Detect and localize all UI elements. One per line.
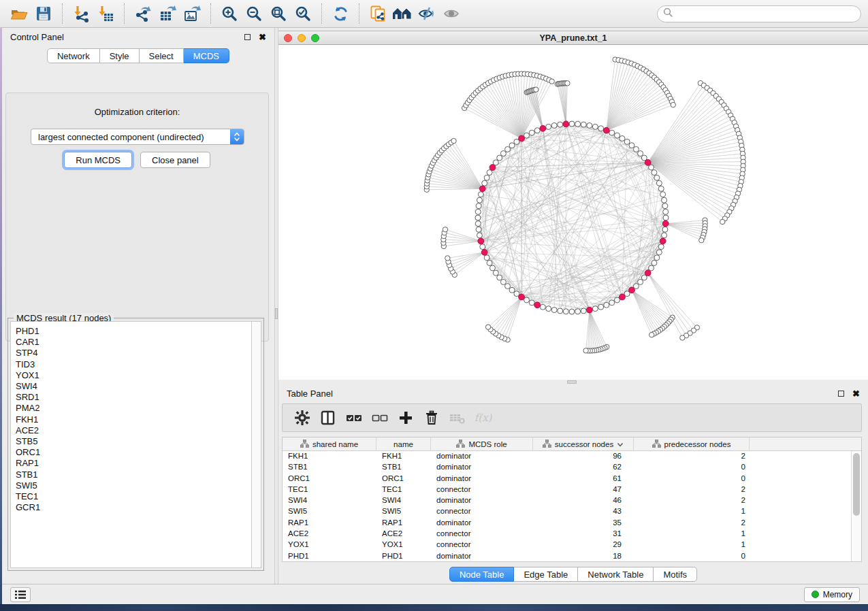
graph-node[interactable] <box>671 102 675 107</box>
graph-node[interactable] <box>629 143 634 148</box>
table-cell[interactable]: 2 <box>634 451 750 462</box>
graph-node[interactable] <box>445 256 450 261</box>
graph-edge[interactable] <box>445 229 481 241</box>
first-neighbors-icon[interactable] <box>392 3 413 24</box>
memory-button[interactable]: Memory <box>804 587 860 602</box>
table-cell[interactable]: 35 <box>533 518 634 529</box>
table-cell[interactable]: PHD1 <box>283 551 376 562</box>
close-panel-icon[interactable]: ✖ <box>259 33 266 42</box>
graph-node[interactable] <box>720 219 725 224</box>
graph-node[interactable] <box>551 122 557 128</box>
graph-edge[interactable] <box>438 155 483 188</box>
table-cell[interactable]: ORC1 <box>376 474 431 484</box>
graph-edge[interactable] <box>485 252 657 258</box>
graph-node[interactable] <box>662 227 668 232</box>
float-panel-icon[interactable] <box>244 34 251 40</box>
hide-panels-icon[interactable] <box>417 3 437 24</box>
zoom-in-icon[interactable] <box>219 3 240 24</box>
graph-mcds-node[interactable] <box>586 307 592 313</box>
clone-network-icon[interactable] <box>368 3 388 24</box>
graph-node[interactable] <box>549 79 554 84</box>
table-cell[interactable]: 47 <box>533 484 634 495</box>
graph-node[interactable] <box>484 255 489 261</box>
graph-node[interactable] <box>633 146 639 152</box>
graph-node[interactable] <box>500 279 506 284</box>
graph-node[interactable] <box>475 209 481 214</box>
graph-node[interactable] <box>649 332 654 337</box>
graph-mcds-node[interactable] <box>489 165 496 171</box>
table-cell[interactable]: YOX1 <box>283 540 376 550</box>
mcds-result-item[interactable]: CAR1 <box>16 337 251 348</box>
graph-edge[interactable] <box>468 103 521 139</box>
graph-node[interactable] <box>524 133 530 138</box>
graph-node[interactable] <box>575 309 581 314</box>
close-panel-icon[interactable]: ✖ <box>852 389 860 398</box>
graph-node[interactable] <box>484 175 489 180</box>
graph-node[interactable] <box>500 151 506 156</box>
graph-node[interactable] <box>534 87 539 92</box>
window-close-icon[interactable] <box>284 34 292 42</box>
table-cell[interactable]: STB1 <box>283 462 376 473</box>
graph-mcds-node[interactable] <box>519 294 525 300</box>
close-panel-button[interactable]: Close panel <box>140 152 210 168</box>
graph-edge[interactable] <box>490 297 521 330</box>
table-cell[interactable]: SWI4 <box>283 495 376 506</box>
graph-node[interactable] <box>487 170 492 176</box>
graph-node[interactable] <box>569 121 575 127</box>
table-row[interactable]: SWI5SWI5connector431 <box>283 506 861 517</box>
graph-edge[interactable] <box>427 188 483 189</box>
graph-node[interactable] <box>638 151 643 156</box>
mcds-list-scrollbar[interactable] <box>251 321 261 568</box>
save-session-icon[interactable] <box>33 3 54 24</box>
table-cell[interactable]: 43 <box>533 506 634 517</box>
network-view-canvas[interactable] <box>278 45 868 380</box>
zoom-fit-icon[interactable] <box>268 3 289 24</box>
graph-edge[interactable] <box>632 290 660 330</box>
search-input[interactable] <box>657 5 861 22</box>
tab-network-table[interactable]: Network Table <box>578 567 654 582</box>
table-cell[interactable]: ACE2 <box>283 529 376 540</box>
graph-node[interactable] <box>477 197 482 203</box>
table-cell[interactable]: 31 <box>533 529 634 540</box>
graph-edge[interactable] <box>479 129 543 206</box>
graph-edge[interactable] <box>455 252 485 275</box>
apply-layout-icon[interactable] <box>330 3 351 24</box>
mcds-result-item[interactable]: RAP1 <box>16 458 251 469</box>
table-row[interactable]: SWI4SWI4dominator462 <box>283 495 861 506</box>
table-cell[interactable]: RAP1 <box>283 518 376 529</box>
tab-node-table[interactable]: Node Table <box>449 567 515 582</box>
graph-edge[interactable] <box>590 310 601 350</box>
graph-node[interactable] <box>624 139 630 144</box>
table-cell[interactable]: 2 <box>634 518 750 529</box>
graph-node[interactable] <box>443 227 447 232</box>
graph-node[interactable] <box>581 122 586 127</box>
graph-mcds-node[interactable] <box>603 127 609 133</box>
graph-node[interactable] <box>505 284 511 289</box>
table-cell[interactable]: SWI4 <box>376 495 431 506</box>
table-cell[interactable]: dominator <box>431 474 533 484</box>
mcds-result-item[interactable]: STB5 <box>16 436 251 447</box>
graph-mcds-node[interactable] <box>519 135 525 142</box>
run-mcds-button[interactable]: Run MCDS <box>64 152 132 168</box>
graph-mcds-node[interactable] <box>662 220 669 227</box>
graph-node[interactable] <box>656 250 662 255</box>
table-row[interactable]: ORC1ORC1dominator610 <box>283 474 861 484</box>
search-field[interactable] <box>677 9 855 18</box>
mcds-result-item[interactable]: SRD1 <box>16 392 251 403</box>
mcds-result-item[interactable]: SWI5 <box>16 480 251 491</box>
table-cell[interactable]: ACE2 <box>376 529 431 540</box>
zoom-selected-icon[interactable] <box>293 3 313 24</box>
graph-node[interactable] <box>581 308 586 314</box>
show-panels-icon[interactable] <box>441 3 462 24</box>
table-cell[interactable]: STB1 <box>376 462 431 473</box>
graph-node[interactable] <box>663 215 669 220</box>
graph-node[interactable] <box>524 297 530 303</box>
table-cell[interactable]: dominator <box>431 451 533 462</box>
window-maximize-icon[interactable] <box>311 34 319 42</box>
criterion-dropdown[interactable]: largest connected component (undirected) <box>31 129 244 145</box>
graph-node[interactable] <box>609 130 615 135</box>
graph-node[interactable] <box>658 186 664 191</box>
graph-node[interactable] <box>497 155 502 161</box>
table-cell[interactable]: 1 <box>634 529 750 540</box>
table-cell[interactable]: connector <box>431 529 533 540</box>
